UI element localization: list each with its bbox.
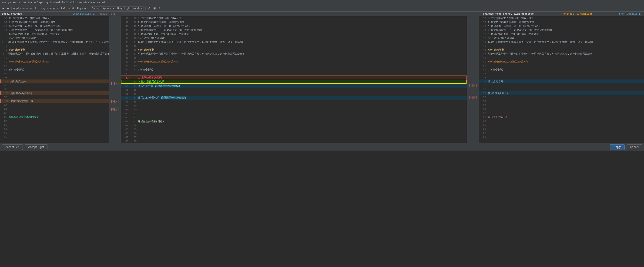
gutter-row bbox=[468, 48, 478, 52]
reject-right-54-x-btn[interactable]: ✕ bbox=[473, 84, 476, 87]
table-row: 62 bbox=[0, 111, 109, 115]
table-row: 6161 bbox=[121, 112, 467, 115]
settings-btn[interactable]: ⚙ bbox=[147, 6, 152, 10]
gutter-row bbox=[468, 75, 478, 79]
table-row: 5858 bbox=[121, 100, 467, 104]
table-row: 60 bbox=[479, 103, 644, 107]
center-panel: 3838 版次有使用问主己乜前行测，加双公升上 3939 2.提交的代码要没有异… bbox=[121, 16, 467, 143]
title-text: Merge Revisions for D:\SpringCloud\Gitla… bbox=[4, 1, 105, 4]
left-panel-content[interactable]: 38 版次有使用问主己乜前行测，加双公升上 39 2.提交的代码要没有异常，尽量… bbox=[0, 16, 109, 143]
table-row: 42 5.代码commit前一定要拉取代码一次在提交 bbox=[479, 32, 644, 36]
reject-right-54-btn[interactable]: « bbox=[470, 84, 473, 87]
table-row: 41 4.提交规范做的什么一定要写清楚，剩下按照你的习惯来 bbox=[0, 28, 109, 32]
table-row: 42 5.代码commit前一定要拉取代码一次在提交 bbox=[0, 32, 109, 36]
gutter-row-59: ✕ » bbox=[109, 107, 120, 111]
table-row: 40 3.代码注释一定要有，第一版没有的我之后补上 bbox=[0, 24, 109, 28]
table-row: 4242 5.代码commit前一定要拉取代码一次在提交 bbox=[121, 32, 467, 36]
gutter-row bbox=[109, 75, 120, 79]
table-row: 52 bbox=[121, 72, 467, 75]
accept-right-arrow-btn[interactable]: » bbox=[115, 82, 118, 85]
gutter-row bbox=[109, 32, 120, 36]
gutter-row bbox=[468, 68, 478, 72]
left-btn[interactable]: Left bbox=[60, 6, 66, 10]
table-row: 46 ### 未来更新 bbox=[0, 48, 109, 52]
table-row: 51 git命令测试 bbox=[0, 68, 109, 72]
title-bar: ⚡ Merge Revisions for D:\SpringCloud\Git… bbox=[0, 0, 644, 5]
table-row: 4949 ### 分支合并main测试的静态方法 bbox=[121, 60, 467, 64]
bottom-right-actions: Apply Cancel bbox=[610, 144, 642, 150]
right-header-label: Changes from cherry-pick 0c9699de bbox=[483, 12, 534, 15]
gutter-row bbox=[109, 68, 120, 72]
table-row: 63 master分支中本地的提交 bbox=[0, 115, 109, 119]
result-label: Result bbox=[98, 12, 107, 15]
check-annotation-label: 》这个是使用你的代码 bbox=[139, 80, 164, 83]
table-row: 5151 git命令测试 bbox=[121, 68, 467, 72]
reject-right-57-btn[interactable]: « bbox=[470, 96, 473, 99]
help-btn[interactable]: ? bbox=[158, 6, 161, 10]
right-arrow-btn[interactable]: ▶ bbox=[6, 6, 10, 10]
cancel-button[interactable]: Cancel bbox=[626, 144, 642, 150]
x-annotation-label: X 显不使用你的代码 bbox=[138, 76, 162, 79]
separator-1 bbox=[12, 6, 12, 10]
table-row: 6262 bbox=[121, 115, 467, 119]
left-arrow-btn[interactable]: ◀ bbox=[2, 6, 5, 10]
table-row: 62 bbox=[479, 111, 644, 115]
gutter-row bbox=[468, 56, 478, 60]
apply-non-conflicting-label: Apply non-conflicting changes: bbox=[13, 7, 59, 10]
right-panel-content[interactable]: 38 版次有使用问主己乜前行测，加双公升上 39 2.提交的代码要没有异常，尽量… bbox=[479, 16, 644, 143]
gutter-row bbox=[109, 24, 120, 28]
accept-59-btn[interactable]: » bbox=[115, 108, 118, 111]
layout-btn[interactable]: ▣ bbox=[152, 6, 156, 10]
do-not-ignore-dropdown[interactable]: Do not ignore ▼ bbox=[91, 6, 115, 10]
table-row: 67 bbox=[479, 131, 644, 135]
table-row: 6868 bbox=[121, 139, 467, 143]
table-row: 63 被合并的代码(派) bbox=[479, 115, 644, 119]
table-row: 50 bbox=[479, 64, 644, 68]
right-gutter-54: « ✕ bbox=[468, 83, 478, 87]
gutter-row bbox=[468, 60, 478, 64]
right-btn[interactable]: Right → bbox=[76, 6, 87, 10]
gutter-row bbox=[109, 48, 120, 52]
gutter-annotation-row: ✕ » bbox=[109, 79, 120, 87]
gutter-row bbox=[468, 28, 478, 32]
table-row: 4646 ### 未来更新 bbox=[121, 48, 467, 52]
table-row: 6363 这里是合并结果(目标) bbox=[121, 119, 467, 123]
reject-left-btn[interactable]: ✕ bbox=[112, 82, 115, 85]
table-row: 46 ### 未来更新 bbox=[479, 48, 644, 52]
gutter-row bbox=[468, 24, 478, 28]
gutter-row bbox=[109, 52, 120, 56]
table-row: 68 bbox=[0, 135, 109, 139]
toolbar: ◀ ▶ Apply non-conflicting changes: Left … bbox=[0, 5, 644, 12]
apply-button[interactable]: Apply bbox=[610, 144, 625, 150]
merged-code-label: 被合并的代码(派) bbox=[488, 115, 509, 119]
reject-right-57-x-btn[interactable]: ✕ bbox=[473, 96, 476, 99]
highlight-words-dropdown[interactable]: Highlight words ▼ bbox=[116, 6, 144, 10]
accept-57-btn[interactable]: » bbox=[115, 100, 118, 103]
center-panel-content[interactable]: 3838 版次有使用问主己乜前行测，加双公升上 3939 2.提交的代码要没有异… bbox=[121, 16, 467, 143]
all-btn[interactable]: ← All bbox=[67, 6, 75, 10]
left-panel: 38 版次有使用问主己乜前行测，加双公升上 39 2.提交的代码要没有异常，尽量… bbox=[0, 16, 109, 143]
reject-59-btn[interactable]: ✕ bbox=[112, 108, 115, 111]
right-section: « ✕ « ✕ 38 版次有使用问主己乜前行测，加双公升上 39 2.提交的代码… bbox=[467, 16, 644, 143]
table-row: 52 bbox=[479, 72, 644, 75]
table-row: 6767 bbox=[121, 135, 467, 139]
table-row: 4848 bbox=[121, 56, 467, 60]
table-row: 5050 bbox=[121, 64, 467, 68]
left-show-details-link[interactable]: Show Details LF bbox=[72, 12, 96, 15]
right-show-details-link[interactable]: Show Details LF bbox=[619, 12, 642, 15]
gutter-row bbox=[468, 52, 478, 56]
gutter-row bbox=[468, 16, 478, 20]
panel-headers: Local Changes Show Details LF Result CRL… bbox=[0, 12, 644, 16]
gutter-row bbox=[109, 40, 120, 44]
accept-left-button[interactable]: Accept Left bbox=[2, 144, 23, 150]
table-row: 5555 bbox=[121, 88, 467, 92]
accept-right-button[interactable]: Accept Right bbox=[25, 144, 48, 150]
table-row: 6666 bbox=[121, 131, 467, 135]
reject-57-btn[interactable]: ✕ bbox=[112, 100, 115, 103]
table-row: 53 bbox=[0, 75, 109, 79]
gutter-row bbox=[468, 64, 478, 68]
table-row: 65 bbox=[0, 123, 109, 127]
gutter-row bbox=[109, 44, 120, 48]
table-row: 56 bbox=[0, 87, 109, 91]
gutter-panel: ✕ » ✕ » ✕ » bbox=[109, 16, 121, 143]
